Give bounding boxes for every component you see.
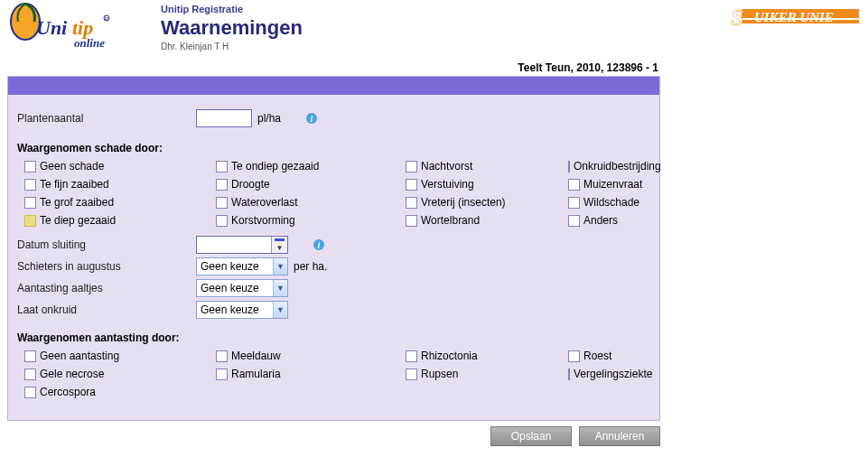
cb-geen-schade[interactable] bbox=[24, 161, 36, 173]
cb-roest[interactable] bbox=[568, 350, 580, 362]
cb-rupsen[interactable] bbox=[406, 369, 417, 380]
lbl-ramularia: Ramularia bbox=[231, 368, 281, 380]
cb-vergelingsziekte[interactable] bbox=[568, 369, 570, 380]
cb-vreterij[interactable] bbox=[406, 197, 417, 209]
onkruid-select[interactable]: Geen keuze ▼ bbox=[196, 301, 288, 319]
cb-gele-necrose[interactable] bbox=[24, 369, 36, 380]
lbl-wateroverlast: Wateroverlast bbox=[231, 196, 298, 209]
cb-muizenvraat[interactable] bbox=[568, 179, 580, 191]
lbl-geen-schade: Geen schade bbox=[40, 160, 104, 173]
chevron-down-icon: ▼ bbox=[273, 280, 287, 296]
aaltjes-select[interactable]: Geen keuze ▼ bbox=[196, 279, 288, 297]
svg-text:i: i bbox=[311, 114, 313, 124]
lbl-korstvorming: Korstvorming bbox=[231, 214, 295, 227]
cb-te-fijn-zaaibed[interactable] bbox=[24, 179, 36, 191]
cb-meeldauw[interactable] bbox=[216, 350, 228, 362]
schieters-select[interactable]: Geen keuze ▼ bbox=[196, 257, 288, 275]
lbl-te-diep-gezaaid: Te diep gezaaid bbox=[40, 214, 116, 227]
cb-onkruidbestrijding[interactable] bbox=[568, 161, 570, 173]
svg-text:Uni: Uni bbox=[36, 16, 68, 39]
svg-text:S: S bbox=[731, 5, 743, 31]
cb-droogte[interactable] bbox=[216, 179, 228, 191]
unitip-logo: Uni tip R online bbox=[9, 2, 135, 52]
chevron-down-icon: ▼ bbox=[273, 302, 287, 318]
page-title: Waarnemingen bbox=[161, 16, 303, 40]
lbl-te-fijn-zaaibed: Te fijn zaaibed bbox=[40, 178, 109, 191]
form-panel: Plantenaantal pl/ha i Waargenomen schade… bbox=[7, 76, 660, 421]
save-button[interactable]: Opslaan bbox=[490, 426, 572, 446]
lbl-te-grof-zaaibed: Te grof zaaibed bbox=[40, 196, 114, 209]
calendar-icon[interactable] bbox=[271, 237, 287, 253]
aantasting-heading: Waargenomen aantasting door: bbox=[17, 331, 650, 344]
cb-wortelbrand[interactable] bbox=[406, 215, 417, 227]
onkruid-label: Laat onkruid bbox=[17, 303, 196, 316]
lbl-onkruidbestrijding: Onkruidbestrijding bbox=[574, 160, 661, 173]
lbl-te-ondiep-gezaaid: Te ondiep gezaaid bbox=[231, 160, 319, 173]
lbl-verstuiving: Verstuiving bbox=[421, 178, 474, 191]
chevron-down-icon: ▼ bbox=[273, 258, 287, 275]
lbl-wortelbrand: Wortelbrand bbox=[421, 214, 480, 227]
plantenaantal-input[interactable] bbox=[196, 109, 252, 127]
schieters-unit: per ha. bbox=[294, 260, 327, 273]
lbl-roest: Roest bbox=[583, 350, 611, 362]
lbl-geen-aantasting: Geen aantasting bbox=[40, 350, 119, 362]
svg-text:i: i bbox=[318, 240, 321, 250]
cb-korstvorming[interactable] bbox=[216, 215, 228, 227]
context-info: Teelt Teun, 2010, 123896 - 1 bbox=[0, 61, 868, 74]
svg-text:online: online bbox=[74, 36, 105, 50]
lbl-droogte: Droogte bbox=[231, 178, 270, 191]
schade-heading: Waargenomen schade door: bbox=[17, 142, 650, 154]
svg-text:R: R bbox=[105, 16, 109, 22]
schieters-label: Schieters in augustus bbox=[17, 260, 196, 273]
cancel-button[interactable]: Annuleren bbox=[579, 426, 660, 446]
app-section: Unitip Registratie bbox=[161, 4, 303, 14]
lbl-vergelingsziekte: Vergelingsziekte bbox=[574, 368, 652, 380]
panel-header-bar bbox=[8, 77, 659, 95]
cb-nachtvorst[interactable] bbox=[406, 161, 417, 173]
datum-sluiting-label: Datum sluiting bbox=[17, 238, 196, 251]
plantenaantal-label: Plantenaantal bbox=[17, 112, 196, 125]
schieters-value: Geen keuze bbox=[201, 260, 259, 273]
cb-te-grof-zaaibed[interactable] bbox=[24, 197, 36, 209]
cb-rhizoctonia[interactable] bbox=[406, 350, 417, 362]
info-icon[interactable]: i bbox=[312, 238, 326, 252]
cb-te-diep-gezaaid[interactable] bbox=[24, 215, 36, 227]
cb-verstuiving[interactable] bbox=[406, 179, 417, 191]
lbl-nachtvorst: Nachtvorst bbox=[421, 160, 472, 173]
cb-wateroverlast[interactable] bbox=[216, 197, 228, 209]
lbl-gele-necrose: Gele necrose bbox=[40, 368, 104, 380]
aaltjes-value: Geen keuze bbox=[201, 282, 259, 294]
cb-wildschade[interactable] bbox=[568, 197, 580, 209]
lbl-rupsen: Rupsen bbox=[421, 368, 458, 380]
lbl-muizenvraat: Muizenvraat bbox=[583, 178, 642, 191]
cb-te-ondiep-gezaaid[interactable] bbox=[216, 161, 228, 173]
lbl-meeldauw: Meeldauw bbox=[231, 350, 281, 362]
svg-text:UIKER UNIE: UIKER UNIE bbox=[754, 10, 834, 24]
plantenaantal-unit: pl/ha bbox=[257, 112, 281, 125]
onkruid-value: Geen keuze bbox=[201, 303, 259, 316]
suikerunie-logo: S UIKER UNIE bbox=[725, 2, 859, 37]
user-line: Dhr. Kleinjan T H bbox=[161, 42, 303, 51]
lbl-rhizoctonia: Rhizoctonia bbox=[421, 350, 478, 362]
info-icon[interactable]: i bbox=[304, 111, 319, 126]
datum-sluiting-input[interactable] bbox=[196, 236, 288, 254]
aaltjes-label: Aantasting aaltjes bbox=[17, 282, 196, 294]
lbl-anders: Anders bbox=[583, 214, 618, 227]
lbl-cercospora: Cercospora bbox=[40, 386, 96, 398]
lbl-wildschade: Wildschade bbox=[583, 196, 639, 209]
cb-anders[interactable] bbox=[568, 215, 580, 227]
cb-ramularia[interactable] bbox=[216, 369, 228, 380]
cb-cercospora[interactable] bbox=[24, 387, 36, 398]
cb-geen-aantasting[interactable] bbox=[24, 350, 36, 362]
lbl-vreterij: Vreterij (insecten) bbox=[421, 196, 506, 209]
